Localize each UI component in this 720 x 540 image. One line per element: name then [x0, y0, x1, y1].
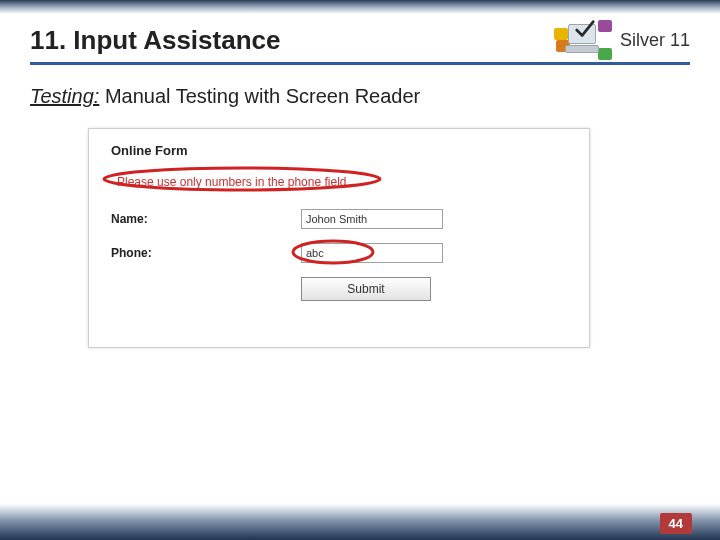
form-title: Online Form [111, 143, 567, 158]
subheading-text: Manual Testing with Screen Reader [105, 85, 420, 107]
checkmark-icon [574, 18, 596, 40]
header-divider [30, 62, 690, 65]
slide-title: 11. Input Assistance [30, 25, 280, 56]
laptop-icon [568, 24, 596, 54]
level-label: Silver 11 [620, 30, 690, 51]
page-number: 44 [660, 513, 692, 534]
slide-footer-gradient [0, 504, 720, 540]
form-error-message: Please use only numbers in the phone fie… [111, 173, 352, 191]
form-row-name: Name: [111, 209, 567, 229]
subheading: Testing: Manual Testing with Screen Read… [30, 85, 420, 108]
name-input[interactable] [301, 209, 443, 229]
phone-label: Phone: [111, 246, 301, 260]
phone-input[interactable] [301, 243, 443, 263]
name-label: Name: [111, 212, 301, 226]
tile-icon [598, 48, 612, 60]
form-row-phone: Phone: [111, 243, 567, 263]
accessibility-icon-cluster [554, 18, 612, 62]
slide-header: 11. Input Assistance Silver 11 [30, 18, 690, 62]
tile-icon [598, 20, 612, 32]
submit-button[interactable]: Submit [301, 277, 431, 301]
slide-top-gradient [0, 0, 720, 14]
tile-icon [554, 28, 568, 40]
level-badge: Silver 11 [554, 18, 690, 62]
subheading-label: Testing: [30, 85, 99, 107]
example-form: Online Form Please use only numbers in t… [88, 128, 590, 348]
